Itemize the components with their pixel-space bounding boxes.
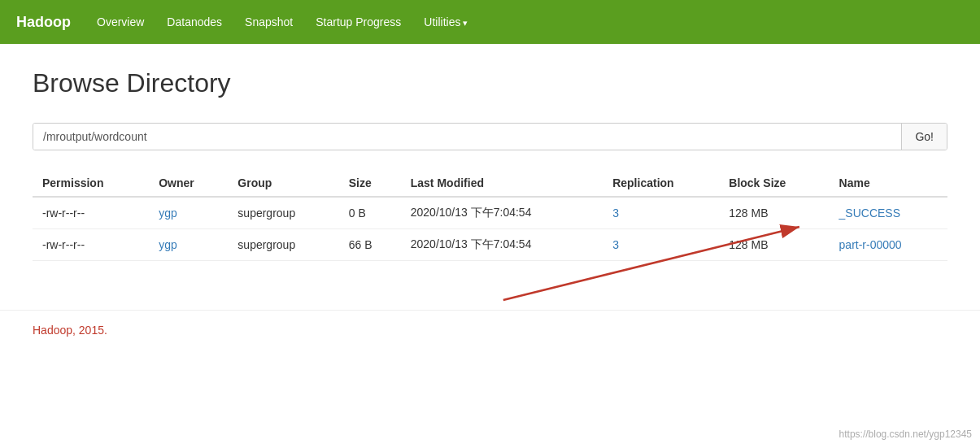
col-owner: Owner [149,170,228,197]
footer: Hadoop, 2015. [0,310,980,350]
cell-group: supergroup [228,229,338,261]
footer-text: Hadoop, 2015. [33,324,107,337]
cell-owner: ygp [149,229,228,261]
nav-item-overview[interactable]: Overview [87,15,154,28]
cell-replication: 3 [603,229,719,261]
navbar-brand[interactable]: Hadoop [16,14,71,31]
nav-link-overview[interactable]: Overview [87,11,154,33]
table-container: Permission Owner Group Size Last Modifie… [33,170,947,261]
cell-size: 66 B [339,229,401,261]
nav-item-utilities[interactable]: Utilities [414,15,477,28]
nav-item-datanodes[interactable]: Datanodes [157,15,232,28]
col-permission: Permission [33,170,149,197]
nav-link-datanodes[interactable]: Datanodes [157,11,232,33]
file-link[interactable]: _SUCCESS [839,207,900,220]
col-name: Name [830,170,947,197]
col-replication: Replication [603,170,719,197]
page-title: Browse Directory [33,68,947,98]
table-row: -rw-r--r-- ygp supergroup 66 B 2020/10/1… [33,229,947,261]
cell-name[interactable]: _SUCCESS [830,197,947,229]
directory-table: Permission Owner Group Size Last Modifie… [33,170,947,261]
cell-replication: 3 [603,197,719,229]
table-header: Permission Owner Group Size Last Modifie… [33,170,947,197]
nav-item-startup-progress[interactable]: Startup Progress [306,15,411,28]
col-size: Size [339,170,401,197]
cell-group: supergroup [228,197,338,229]
col-group: Group [228,170,338,197]
cell-permission: -rw-r--r-- [33,197,149,229]
cell-owner: ygp [149,197,228,229]
cell-permission: -rw-r--r-- [33,229,149,261]
cell-last-modified: 2020/10/13 下午7:04:54 [401,197,603,229]
cell-block-size: 128 MB [719,229,829,261]
col-block-size: Block Size [719,170,829,197]
table-row: -rw-r--r-- ygp supergroup 0 B 2020/10/13… [33,197,947,229]
main-content: Browse Directory Go! Permission Owner Gr… [0,44,980,310]
nav-link-utilities[interactable]: Utilities [414,11,477,33]
table-body: -rw-r--r-- ygp supergroup 0 B 2020/10/13… [33,197,947,261]
nav-item-snapshot[interactable]: Snapshot [235,15,303,28]
nav-link-startup-progress[interactable]: Startup Progress [306,11,411,33]
file-link[interactable]: part-r-00000 [839,238,902,251]
navbar: Hadoop Overview Datanodes Snapshot Start… [0,0,980,44]
col-last-modified: Last Modified [401,170,603,197]
cell-size: 0 B [339,197,401,229]
search-input[interactable] [33,124,901,150]
navbar-nav: Overview Datanodes Snapshot Startup Prog… [87,15,478,28]
go-button[interactable]: Go! [901,124,947,150]
cell-name[interactable]: part-r-00000 [830,229,947,261]
cell-last-modified: 2020/10/13 下午7:04:54 [401,229,603,261]
search-bar: Go! [33,123,947,150]
nav-link-snapshot[interactable]: Snapshot [235,11,303,33]
cell-block-size: 128 MB [719,197,829,229]
